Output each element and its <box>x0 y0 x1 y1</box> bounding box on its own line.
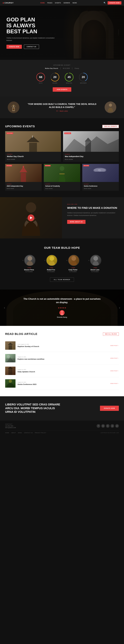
event-card-2[interactable]: 06.12.2024 Sunday Mas Independent Day RE… <box>63 131 119 162</box>
join-events-button[interactable]: JOIN EVENTS <box>53 87 71 92</box>
testimonial-stars: ★★★★★ <box>23 307 101 309</box>
footer-nav-about[interactable]: ABOUT <box>11 432 16 434</box>
blog-item-4[interactable]: August 10, 2022 Gotria Conference 2023 V… <box>5 377 119 390</box>
event-card-4-read-more[interactable]: READ MORE <box>45 188 79 189</box>
team-member-4[interactable]: ‹ ◁ share Devon Lane Co-Founders <box>87 255 103 272</box>
event-card-1-read-more[interactable]: READ MORE <box>7 159 59 160</box>
social-facebook[interactable]: f <box>97 424 100 428</box>
donate-now-button[interactable]: DONATE NOW <box>7 45 22 49</box>
minutes-counter: 45 Minutes <box>65 72 74 84</box>
svg-rect-19 <box>32 135 33 138</box>
countdown-circles: 68 Days 20 Hours 45 M <box>5 72 119 84</box>
event-card-1[interactable]: 06.12.2023 Chursy Mother Day Church READ… <box>5 131 61 162</box>
footer-donate-button[interactable]: DONATE NOW <box>100 406 119 411</box>
team-share-2[interactable]: ◁ share <box>43 267 59 268</box>
member-role-1: Co-Founders <box>21 271 37 272</box>
events-header: UPCOMING EVENTS SEE ALL EVENTS <box>5 125 119 128</box>
countdown-label: UPCOMING EVENT <box>5 64 119 66</box>
quote-author: ✝✝ Martin Luther <box>25 110 99 112</box>
hero-section: GOD PLAN IS ALWAYS BEST PLAN Claritas et… <box>0 6 124 60</box>
member-role-2: Co-Founders <box>43 271 59 272</box>
event-name: Mother Day Church <box>45 68 58 69</box>
team-share-1[interactable]: ◁ share <box>21 267 37 268</box>
blog-title-2: Explore new worldclass workflow <box>18 358 108 360</box>
event-card-3[interactable]: 06.12.2023 Sunday 2023 Independent Day R… <box>5 164 42 191</box>
team-share-3[interactable]: ◁ share <box>65 267 81 268</box>
blog-content-1: From August 10, 2022 Baptism Sunday of C… <box>18 344 108 348</box>
event-card-4[interactable]: 06.12.2023 Chursy School of Creativity R… <box>44 164 80 191</box>
who-section: Who we are WHERE TO FIND US MAKE A DONAT… <box>0 197 124 238</box>
footer-nav-contact[interactable]: CONTACT US <box>24 432 33 434</box>
view-post-4[interactable]: View Post › <box>110 383 119 384</box>
testimonial-content: The Church is not an automobile showroom… <box>23 297 101 318</box>
avatar-2 <box>46 255 57 266</box>
see-all-events-button[interactable]: SEE ALL EVENTS <box>102 125 119 128</box>
member-name-1: Eleanor Pena <box>21 269 37 271</box>
contact-us-button[interactable]: CONTACT US <box>24 44 39 49</box>
event-card-1-date: 06.12.2023 <box>7 132 13 134</box>
who-description: Claritas et ad processum dynamicus, qui … <box>67 212 119 217</box>
event-card-5-read-more[interactable]: READ MORE <box>84 188 117 189</box>
footer-nav-home[interactable]: HOME <box>5 432 9 434</box>
more-about-us-button[interactable]: MORE ABOUT US <box>67 220 85 224</box>
view-post-3[interactable]: View Post › <box>110 370 119 372</box>
testimonial-author: Grenda Kaiog <box>23 316 101 318</box>
event-card-5-image: 06.12.2023 <box>82 164 119 182</box>
prev-testimonial[interactable]: ‹ <box>4 306 5 310</box>
svg-point-39 <box>7 355 10 358</box>
search-icon[interactable]: 🔍 <box>104 2 106 4</box>
blog-item-3[interactable]: August 10, 2022 Daily Updates Church Vie… <box>5 364 119 377</box>
view-post-1[interactable]: View Post › <box>110 345 119 346</box>
footer-nav-news[interactable]: NEWS <box>18 432 22 434</box>
who-image <box>0 197 62 238</box>
event-card-1-image: 06.12.2023 <box>5 131 61 152</box>
all-team-button[interactable]: ALL TEAM MEMBER <box>50 278 74 282</box>
nav-sermon[interactable]: SERMON <box>64 2 70 4</box>
donate-button[interactable]: DONATE NOW <box>108 1 121 4</box>
blog-item-1[interactable]: From August 10, 2022 Baptism Sunday of C… <box>5 339 119 352</box>
prev-arrow-3[interactable]: ‹ <box>67 259 67 262</box>
team-member-3[interactable]: ‹ ◁ share Cody Fisher Co-Founders <box>65 255 81 272</box>
team-member-1[interactable]: ‹ ◁ share Eleanor Pena Co-Founders <box>21 255 37 272</box>
prev-arrow-2[interactable]: ‹ <box>45 259 45 262</box>
nav-events[interactable]: EVENTS <box>55 2 61 4</box>
logo[interactable]: ● CHURSY <box>3 2 14 4</box>
footer-nav-links: HOME ABOUT NEWS CONTACT US PRIVACY POLIC… <box>5 430 119 434</box>
social-instagram[interactable]: in <box>106 424 109 428</box>
blog-section: READ BLOG ARTICLE SEE ALL BLOGS From Aug… <box>0 326 124 396</box>
team-title: OUR TEAM BUILD HOPE <box>5 246 119 250</box>
nav-pages[interactable]: PAGES <box>47 2 52 4</box>
prev-arrow-1[interactable]: ‹ <box>23 259 23 262</box>
svg-rect-27 <box>59 174 65 174</box>
nav-news[interactable]: NEWS <box>73 2 77 4</box>
next-testimonial[interactable]: › <box>119 306 120 310</box>
event-card-5-title: Gotria Conference <box>84 185 117 187</box>
event-card-2-read-more[interactable]: READ MORE <box>65 159 117 160</box>
team-share-4[interactable]: ◁ share <box>87 267 103 268</box>
days-label: Days <box>36 82 45 84</box>
team-member-2[interactable]: ‹ ◁ share Robert Fox Co-Founders <box>43 255 59 272</box>
svg-rect-44 <box>10 367 11 368</box>
view-post-2[interactable]: View Post › <box>110 358 119 359</box>
blog-item-2[interactable]: August 10, 2022 Explore new worldclass w… <box>5 352 119 364</box>
event-card-3-title: 2023 Independent Day <box>7 185 40 187</box>
social-youtube[interactable]: yt <box>110 424 114 428</box>
event-card-3-read-more[interactable]: READ MORE <box>7 188 40 189</box>
quote-text: "FOR WHERE GOD BUILT A CHURCH, THERE THE… <box>25 103 99 112</box>
social-pinterest[interactable]: pt <box>115 424 119 428</box>
blog-date-2: August 10, 2022 <box>18 356 108 358</box>
event-card-5[interactable]: 06.12.2023 Sunday Gotria Conference READ… <box>82 164 119 191</box>
testimonial-section: ‹ The Church is not an automobile showro… <box>0 290 124 326</box>
nav-home[interactable]: HOME <box>40 2 45 4</box>
blog-date-3: August 10, 2022 <box>18 369 108 370</box>
footer-nav-privacy[interactable]: PRIVACY POLICY <box>35 432 46 434</box>
prev-arrow-4[interactable]: ‹ <box>88 259 89 262</box>
svg-rect-14 <box>13 108 14 110</box>
minutes-value: 45 <box>65 72 74 82</box>
event-card-5-category: Sunday <box>84 184 117 185</box>
social-twitter[interactable]: tw <box>101 424 105 428</box>
event-card-2-category: Sunday <box>65 154 117 155</box>
days-counter: 68 Days <box>36 72 45 84</box>
see-all-blogs-button[interactable]: SEE ALL BLOGS <box>103 332 119 336</box>
play-button[interactable] <box>28 214 34 221</box>
